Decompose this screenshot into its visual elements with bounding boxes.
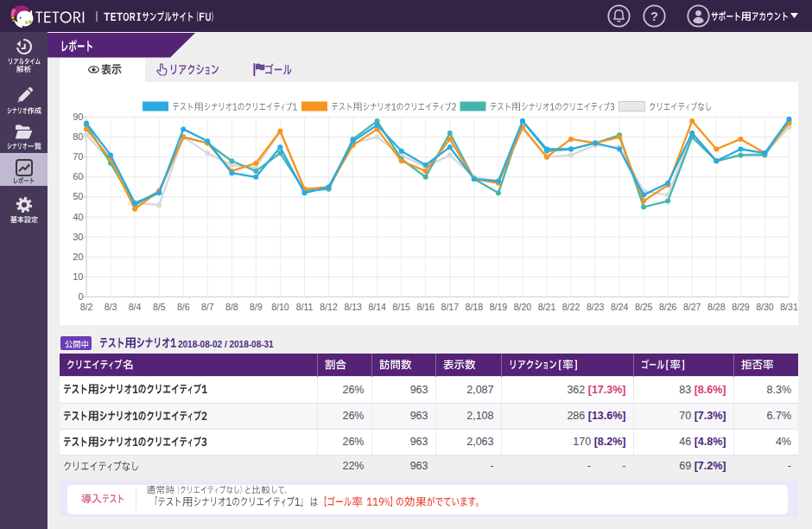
svg-text:8/11: 8/11 <box>296 302 314 312</box>
svg-text:8/8: 8/8 <box>225 302 238 312</box>
svg-text:8/29: 8/29 <box>732 302 750 312</box>
svg-text:8/15: 8/15 <box>392 302 410 312</box>
svg-text:8/9: 8/9 <box>250 302 263 312</box>
svg-text:8/3: 8/3 <box>105 302 117 312</box>
svg-text:8/30: 8/30 <box>756 302 774 312</box>
svg-text:8/28: 8/28 <box>707 302 726 312</box>
svg-text:8/18: 8/18 <box>466 302 484 312</box>
svg-text:40: 40 <box>73 212 83 222</box>
svg-text:8/5: 8/5 <box>153 302 166 312</box>
svg-text:8/27: 8/27 <box>683 302 701 312</box>
svg-text:8/7: 8/7 <box>201 302 214 312</box>
svg-text:8/10: 8/10 <box>271 302 289 312</box>
svg-text:8/24: 8/24 <box>611 302 629 312</box>
svg-text:8/20: 8/20 <box>514 302 532 312</box>
svg-text:8/2: 8/2 <box>80 302 93 312</box>
svg-text:8/19: 8/19 <box>490 302 508 312</box>
svg-text:8/16: 8/16 <box>416 302 435 312</box>
svg-text:30: 30 <box>73 232 83 242</box>
svg-text:8/31: 8/31 <box>780 302 798 312</box>
svg-text:8/21: 8/21 <box>538 302 556 312</box>
svg-text:50: 50 <box>73 191 83 201</box>
svg-text:8/6: 8/6 <box>177 302 190 312</box>
svg-text:8/13: 8/13 <box>344 302 362 312</box>
svg-text:8/25: 8/25 <box>635 302 653 312</box>
svg-text:8/4: 8/4 <box>129 302 142 312</box>
svg-text:90: 90 <box>73 112 83 122</box>
svg-text:70: 70 <box>73 151 83 162</box>
svg-text:?: ? <box>650 10 658 23</box>
svg-text:8/12: 8/12 <box>320 302 338 312</box>
svg-text:80: 80 <box>73 131 83 142</box>
svg-text:0: 0 <box>78 291 83 302</box>
svg-text:8/26: 8/26 <box>659 302 677 312</box>
svg-text:8/22: 8/22 <box>562 302 580 312</box>
svg-text:8/14: 8/14 <box>368 302 386 312</box>
svg-text:20: 20 <box>73 252 83 262</box>
svg-text:8/17: 8/17 <box>441 302 460 312</box>
svg-text:8/23: 8/23 <box>587 302 605 312</box>
svg-text:60: 60 <box>73 171 83 182</box>
svg-text:10: 10 <box>73 271 83 282</box>
